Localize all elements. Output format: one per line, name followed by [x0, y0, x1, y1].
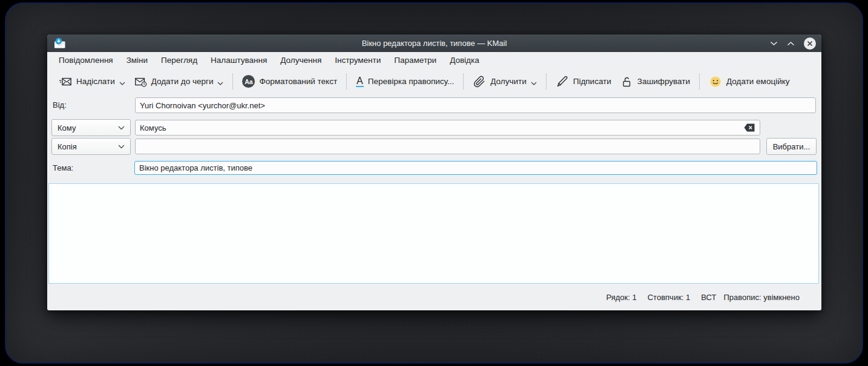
to-input[interactable] [135, 120, 760, 136]
minimize-icon[interactable] [770, 41, 778, 46]
window-title: Вікно редактора листів, типове — KMail [47, 34, 821, 52]
maximize-icon[interactable] [787, 41, 795, 46]
kmail-composer-window: Вікно редактора листів, типове — KMail П… [47, 34, 821, 310]
toolbar-separator [546, 73, 547, 90]
message-body-editor[interactable] [48, 183, 819, 284]
chevron-down-icon [531, 82, 537, 85]
cc-selector-value: Копія [58, 142, 77, 151]
chevron-down-icon [217, 82, 223, 85]
cc-recipient-type-select[interactable]: Копія [51, 138, 131, 155]
encrypt-button[interactable]: Зашифрувати [616, 72, 694, 91]
richtext-label: Форматований текст [259, 77, 337, 86]
attach-label: Долучити [490, 77, 526, 86]
spellcheck-label: Перевірка правопису... [368, 77, 454, 86]
window-controls [770, 34, 816, 52]
menu-tools[interactable]: Інструменти [328, 53, 387, 68]
cc-input[interactable] [135, 139, 760, 154]
to-recipient-type-select[interactable]: Кому [51, 119, 131, 136]
status-column: Стовпчик: 1 [648, 293, 691, 302]
titlebar[interactable]: Вікно редактора листів, типове — KMail [47, 34, 821, 52]
clear-field-icon[interactable] [744, 123, 755, 132]
menu-help[interactable]: Довідка [443, 53, 486, 68]
queue-label: Додати до черги [151, 77, 214, 86]
menu-edit[interactable]: Зміни [120, 53, 154, 68]
menu-attach[interactable]: Долучення [274, 53, 328, 68]
from-label: Від: [53, 97, 67, 113]
menubar: Повідомлення Зміни Перегляд Налаштування… [47, 52, 821, 69]
subject-input[interactable] [134, 161, 817, 175]
menu-message[interactable]: Повідомлення [52, 53, 120, 68]
richtext-button[interactable]: Aa Форматований текст [238, 72, 341, 91]
sign-label: Підписати [573, 77, 611, 86]
toolbar-separator [699, 73, 700, 90]
spellcheck-icon: A [356, 76, 364, 87]
menu-view[interactable]: Перегляд [154, 53, 204, 68]
send-button[interactable]: Надіслати [54, 72, 130, 91]
select-recipients-button[interactable]: Вибрати... [766, 138, 817, 155]
toolbar-separator [232, 73, 233, 90]
queue-button[interactable]: Додати до черги [130, 72, 228, 91]
menu-settings[interactable]: Параметри [387, 53, 443, 68]
to-selector-value: Кому [58, 123, 76, 132]
chevron-down-icon [119, 82, 125, 85]
toolbar-separator [346, 73, 347, 90]
smiley-icon [709, 75, 722, 88]
richtext-icon: Aa [242, 75, 255, 88]
queue-mail-icon [134, 75, 147, 88]
chevron-down-icon [118, 145, 125, 149]
close-icon[interactable] [804, 38, 816, 50]
spellcheck-button[interactable]: A Перевірка правопису... [352, 72, 458, 91]
status-insert-mode: ВСТ [701, 293, 716, 302]
toolbar-separator [463, 73, 464, 90]
send-mail-icon [59, 75, 72, 88]
toolbar: Надіслати Додати до черги Aa Форматовани… [47, 69, 821, 94]
open-lock-icon [620, 75, 633, 88]
send-label: Надіслати [76, 77, 115, 86]
pen-icon [556, 75, 569, 88]
encrypt-label: Зашифрувати [637, 77, 690, 86]
from-input[interactable] [135, 97, 816, 113]
subject-label: Тема: [53, 161, 73, 175]
statusbar: Рядок: 1 Стовпчик: 1 ВСТ Правопис: увімк… [47, 284, 821, 310]
paperclip-icon [473, 75, 486, 88]
status-line: Рядок: 1 [606, 293, 636, 302]
menu-options[interactable]: Налаштування [204, 53, 274, 68]
sign-button[interactable]: Підписати [551, 72, 616, 91]
status-spelling: Правопис: увімкнено [723, 293, 800, 302]
attach-button[interactable]: Долучити [469, 72, 541, 91]
chevron-down-icon [118, 126, 125, 130]
emoji-button[interactable]: Додати емоційку [705, 72, 794, 91]
emoji-label: Додати емоційку [726, 77, 789, 86]
